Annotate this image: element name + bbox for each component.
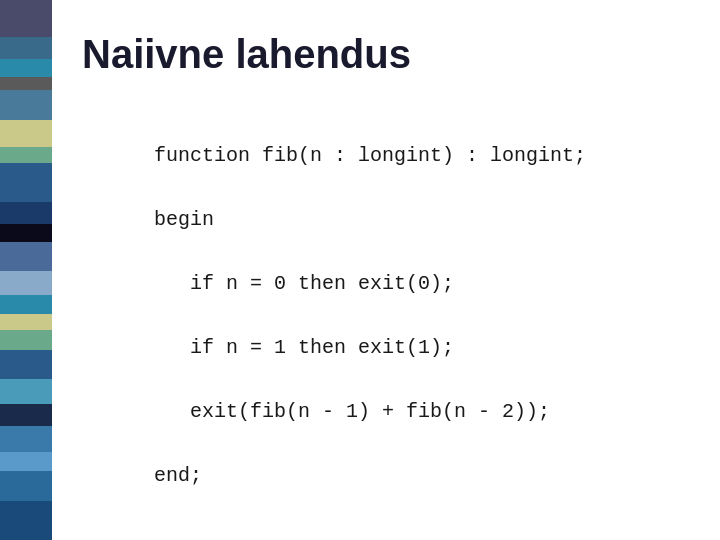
code-line-2: begin: [154, 208, 214, 231]
stripe: [0, 147, 52, 163]
code-line-6: end;: [154, 464, 202, 487]
stripe: [0, 77, 52, 91]
stripe: [0, 426, 52, 452]
code-line-3: if n = 0 then exit(0);: [154, 272, 454, 295]
stripe: [0, 452, 52, 472]
stripe: [0, 202, 52, 224]
code-line-1: function fib(n : longint) : longint;: [154, 144, 586, 167]
code-block: function fib(n : longint) : longint; beg…: [82, 108, 680, 524]
stripe: [0, 295, 52, 315]
stripe: [0, 330, 52, 350]
stripe: [0, 224, 52, 242]
stripe: [0, 350, 52, 379]
stripe: [0, 0, 52, 37]
stripe: [0, 120, 52, 147]
stripe: [0, 271, 52, 295]
stripe: [0, 471, 52, 500]
code-line-5: exit(fib(n - 1) + fib(n - 2));: [154, 400, 550, 423]
stripe: [0, 90, 52, 119]
stripe: [0, 37, 52, 59]
stripe-panel: [0, 0, 52, 540]
stripe: [0, 501, 52, 540]
slide: Naiivne lahendus function fib(n : longin…: [0, 0, 720, 540]
stripe: [0, 379, 52, 405]
stripe: [0, 163, 52, 202]
stripe: [0, 242, 52, 271]
code-line-4: if n = 1 then exit(1);: [154, 336, 454, 359]
main-content: Naiivne lahendus function fib(n : longin…: [52, 0, 720, 540]
stripe: [0, 59, 52, 77]
stripe: [0, 404, 52, 426]
slide-title: Naiivne lahendus: [82, 32, 680, 76]
stripe: [0, 314, 52, 330]
